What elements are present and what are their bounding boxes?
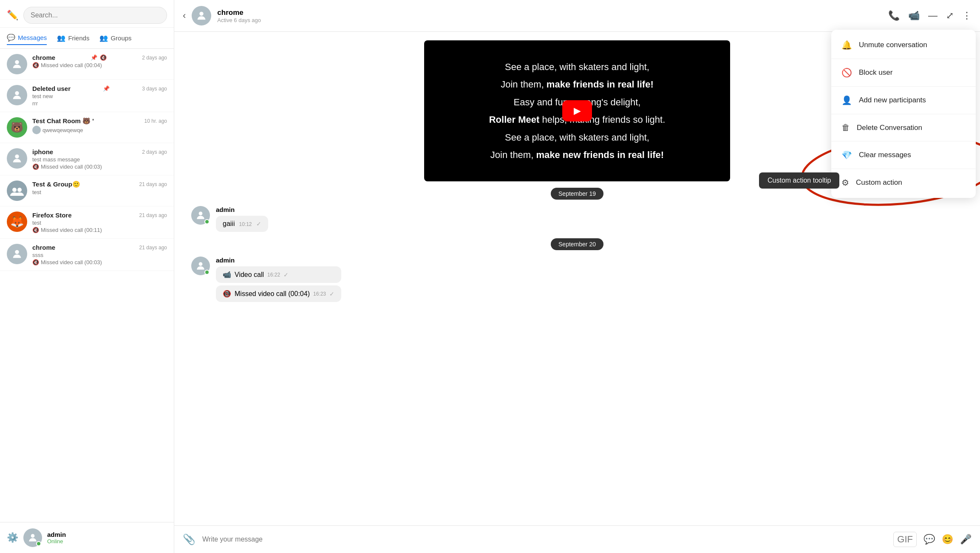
video-line-6: Join them, make new friends in real life…	[433, 147, 722, 163]
tab-groups[interactable]: 👥 Groups	[99, 31, 131, 45]
footer-username: admin	[47, 531, 66, 538]
emoji-icon[interactable]: 😊	[942, 534, 953, 545]
dropdown-add-participants[interactable]: 👤 Add new participants	[831, 88, 976, 112]
video-line-1: See a place, with skaters and light,	[433, 59, 722, 75]
svg-point-6	[31, 534, 35, 538]
video-embed: See a place, with skaters and light, Joi…	[424, 40, 730, 181]
chat-time: 21 days ago	[139, 245, 167, 251]
message-avatar	[191, 206, 210, 225]
mute-icon: 🔇	[100, 54, 107, 61]
message-bubble-missed-call: 📵 Missed video call (00:04) 16:23 ✓	[216, 285, 341, 302]
expand-icon[interactable]: ⤢	[946, 10, 954, 21]
custom-action-tooltip: Custom action tooltip	[759, 172, 839, 189]
svg-point-1	[15, 91, 19, 95]
search-input[interactable]	[23, 7, 167, 24]
dropdown-unmute[interactable]: 🔔 Unmute conversation	[831, 33, 976, 57]
svg-point-0	[15, 60, 19, 64]
message-input-area: 📎 GIF 💬 😊 🎤	[174, 525, 980, 553]
avatar	[7, 85, 27, 105]
tab-friends[interactable]: 👥 Friends	[57, 31, 89, 45]
chat-info: iphone 2 days ago test mass message 🔇 Mi…	[32, 148, 167, 170]
missed-call-icon: 🔇	[32, 227, 39, 233]
chat-info: chrome 21 days ago ssss 🔇 Missed video c…	[32, 244, 167, 265]
dropdown-divider	[831, 59, 976, 59]
chat-preview: test new	[32, 93, 167, 99]
pin-icon: 📌	[103, 85, 110, 92]
chat-time: 21 days ago	[139, 181, 167, 187]
avatar: 🦊	[7, 212, 27, 232]
message-input[interactable]	[202, 536, 887, 543]
chat-preview: 🔇 Missed video call (00:04)	[32, 62, 167, 68]
message-sender: admin	[216, 206, 268, 213]
unmute-icon: 🔔	[841, 40, 852, 50]
back-button[interactable]: ‹	[183, 10, 186, 21]
unmute-label: Unmute conversation	[859, 41, 927, 49]
sidebar-header: ✏️	[0, 0, 174, 28]
main-chat: ‹ chrome Active 6 days ago 📞 📹 — ⤢ ⋮ See…	[174, 0, 980, 553]
message-bubble: gaiii 10:12 ✓	[216, 216, 268, 232]
list-item[interactable]: iphone 2 days ago test mass message 🔇 Mi…	[0, 143, 174, 175]
message-online-dot	[204, 219, 210, 224]
header-actions: 📞 📹 — ⤢ ⋮	[888, 10, 972, 21]
more-options-icon[interactable]: ⋮	[962, 10, 972, 21]
tab-messages[interactable]: 💬 Messages	[7, 31, 47, 45]
message-group: admin 📹 Video call 16:22 ✓ 📵 Missed vide…	[191, 257, 963, 302]
list-item[interactable]: 🦊 Firefox Store 21 days ago test 🔇 Misse…	[0, 206, 174, 239]
delete-conversation-label: Delete Conversation	[857, 124, 922, 132]
mic-icon[interactable]: 🎤	[960, 534, 972, 545]
chat-time: 3 days ago	[142, 86, 167, 92]
video-play-button[interactable]	[562, 100, 592, 121]
video-line-5: See a place, with skaters and light,	[433, 130, 722, 145]
attach-icon[interactable]: 📎	[183, 533, 195, 545]
clear-icon: 💎	[841, 150, 852, 160]
dropdown-delete-conversation[interactable]: 🗑 Delete Conversation	[831, 116, 976, 139]
svg-point-5	[15, 250, 19, 254]
video-call-msg-icon: 📹	[223, 271, 231, 279]
phone-call-icon[interactable]: 📞	[888, 10, 900, 21]
list-item[interactable]: Test & Group🙂 21 days ago test	[0, 175, 174, 206]
online-status-dot	[36, 541, 41, 546]
list-item[interactable]: chrome 📌 🔇 2 days ago 🔇 Missed video cal…	[0, 49, 174, 80]
chat-preview-2: 🔇 Missed video call (00:03)	[32, 164, 167, 170]
chat-preview: test mass message	[32, 156, 167, 163]
list-item[interactable]: Deleted user 📌 3 days ago test new rrr	[0, 80, 174, 112]
dropdown-divider	[831, 169, 976, 169]
dropdown-clear-messages[interactable]: 💎 Clear messages	[831, 143, 976, 167]
video-call-icon[interactable]: 📹	[908, 10, 920, 21]
message-check-icon: ✓	[329, 291, 334, 297]
missed-call-icon: 🔇	[32, 62, 39, 68]
chat-preview: test	[32, 220, 167, 226]
chat-info: Test Chat Room 🐻 ' 10 hr. ago qwewqewqew…	[32, 117, 167, 134]
chat-info: Deleted user 📌 3 days ago test new rrr	[32, 85, 167, 107]
dropdown-divider	[831, 114, 976, 114]
tab-friends-label: Friends	[68, 34, 89, 42]
dropdown-custom-action[interactable]: ⚙ Custom action Custom action tooltip	[831, 171, 976, 195]
compose-icon[interactable]: ✏️	[7, 10, 18, 21]
message-online-dot	[204, 270, 210, 275]
gif-button[interactable]: GIF	[893, 532, 917, 547]
pin-icon: 📌	[91, 54, 97, 61]
minimize-icon[interactable]: —	[928, 10, 938, 21]
add-participants-label: Add new participants	[859, 96, 926, 104]
message-bubble-call: 📹 Video call 16:22 ✓	[216, 266, 341, 283]
dropdown-block-user[interactable]: 🚫 Block user	[831, 61, 976, 85]
sidebar-footer: ⚙️ admin Online	[0, 522, 174, 553]
chat-time: 2 days ago	[142, 149, 167, 155]
chat-header: ‹ chrome Active 6 days ago 📞 📹 — ⤢ ⋮	[174, 0, 980, 32]
settings-icon[interactable]: ⚙️	[7, 532, 18, 543]
avatar	[7, 181, 27, 201]
svg-point-2	[15, 155, 19, 158]
missed-call-icon: 🔇	[32, 164, 39, 170]
message-style-icon[interactable]: 💬	[923, 534, 935, 545]
footer-status: Online	[47, 538, 66, 545]
message-text: Video call	[235, 271, 264, 279]
video-content: See a place, with skaters and light, Joi…	[424, 40, 730, 181]
message-sender: admin	[216, 257, 341, 264]
avatar	[7, 244, 27, 264]
svg-point-9	[199, 262, 203, 266]
list-item[interactable]: 🐻 Test Chat Room 🐻 ' 10 hr. ago qwewqewq…	[0, 112, 174, 143]
chat-preview: qwewqewqewqe	[32, 126, 167, 134]
list-item[interactable]: chrome 21 days ago ssss 🔇 Missed video c…	[0, 239, 174, 271]
message-text: gaiii	[223, 220, 235, 228]
chat-preview: ssss	[32, 252, 167, 258]
